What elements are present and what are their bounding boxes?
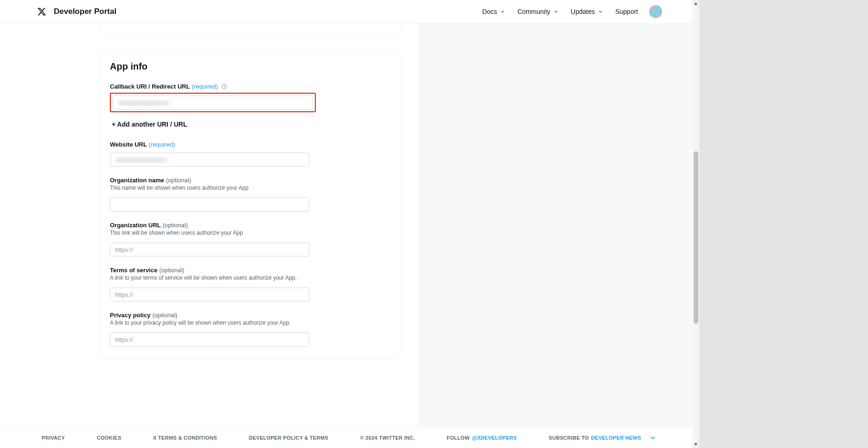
callback-highlight (110, 93, 316, 112)
org-url-label-row: Organization URL (optional) (110, 222, 392, 229)
scrollbar-thumb[interactable] (694, 151, 698, 324)
app-info-card: App info Callback URI / Redirect URL (re… (100, 51, 402, 359)
privacy-input[interactable] (110, 333, 309, 346)
avatar[interactable] (649, 5, 662, 18)
nav-updates[interactable]: Updates (571, 8, 604, 15)
nav-community[interactable]: Community (517, 8, 560, 15)
footer: PRIVACY COOKIES X TERMS & CONDITIONS DEV… (0, 427, 699, 448)
website-label-row: Website URL (required) (110, 141, 392, 148)
header-left: Developer Portal (37, 7, 116, 16)
privacy-label: Privacy policy (110, 312, 150, 319)
tos-optional: (optional) (159, 267, 184, 274)
website-label: Website URL (110, 141, 147, 148)
callback-label: Callback URI / Redirect URL (110, 83, 190, 90)
org-url-label: Organization URL (110, 222, 161, 229)
callback-label-row: Callback URI / Redirect URL (required) (110, 83, 392, 90)
chevron-down-icon (499, 8, 506, 15)
footer-subscribe-group[interactable]: SUBSCRIBE TO DEVELOPER NEWS (549, 433, 657, 442)
tos-field: Terms of service (optional) A link to yo… (110, 267, 392, 301)
footer-copyright: © 2024 TWITTER INC. (360, 435, 415, 441)
org-url-input[interactable] (110, 243, 309, 256)
svg-point-2 (223, 85, 224, 86)
scrollbar-up-icon[interactable] (692, 0, 699, 7)
tos-label: Terms of service (110, 267, 157, 274)
nav-community-label: Community (517, 8, 550, 15)
org-name-label-row: Organization name (optional) (110, 177, 392, 184)
org-name-label: Organization name (110, 177, 164, 184)
org-url-field: Organization URL (optional) This link wi… (110, 222, 392, 256)
header: Developer Portal Docs Community Updates … (0, 0, 699, 24)
callback-field: Callback URI / Redirect URL (required) (110, 83, 392, 112)
scrollbar[interactable] (692, 0, 699, 448)
footer-follow-handle: @XDEVELOPERS (472, 435, 517, 441)
footer-follow-label: FOLLOW (447, 435, 469, 441)
website-field: Website URL (required) (110, 141, 392, 166)
footer-devnews: DEVELOPER NEWS (591, 435, 641, 441)
nav-support-label: Support (615, 8, 638, 15)
tos-hint: A link to your terms of service will be … (110, 275, 392, 281)
add-another-uri[interactable]: + Add another URI / URL (110, 121, 392, 128)
website-required: (required) (149, 141, 175, 148)
card-title: App info (110, 61, 392, 72)
tos-input[interactable] (110, 288, 309, 301)
org-url-optional: (optional) (163, 222, 188, 229)
privacy-optional: (optional) (152, 312, 177, 319)
nav-docs[interactable]: Docs (482, 8, 506, 15)
website-input[interactable] (110, 153, 309, 166)
footer-subscribe-label: SUBSCRIBE TO (549, 435, 589, 441)
org-url-hint: This link will be shown when users autho… (110, 230, 392, 236)
footer-follow-group[interactable]: FOLLOW @XDEVELOPERS (447, 435, 517, 441)
info-icon[interactable] (221, 83, 227, 90)
callback-input[interactable] (113, 96, 313, 109)
chevron-down-icon (552, 8, 560, 15)
org-name-input[interactable] (110, 198, 309, 211)
nav-support[interactable]: Support (615, 8, 638, 15)
portal-title: Developer Portal (54, 7, 116, 16)
x-logo-icon[interactable] (37, 7, 46, 16)
footer-cookies[interactable]: COOKIES (97, 435, 121, 441)
scrollbar-down-icon[interactable] (692, 441, 699, 448)
privacy-field: Privacy policy (optional) A link to your… (110, 312, 392, 346)
right-panel (418, 24, 699, 427)
footer-privacy[interactable]: PRIVACY (42, 435, 65, 441)
tos-label-row: Terms of service (optional) (110, 267, 392, 274)
privacy-label-row: Privacy policy (optional) (110, 312, 392, 319)
main-column: App info Callback URI / Redirect URL (re… (0, 24, 418, 427)
nav-docs-label: Docs (482, 8, 497, 15)
prev-card-bottom (100, 24, 402, 35)
org-name-optional: (optional) (166, 177, 191, 184)
footer-xterms[interactable]: X TERMS & CONDITIONS (153, 435, 217, 441)
privacy-hint: A link to your privacy policy will be sh… (110, 320, 392, 326)
org-name-field: Organization name (optional) This name w… (110, 177, 392, 211)
content: App info Callback URI / Redirect URL (re… (0, 24, 699, 427)
org-name-hint: This name will be shown when users autho… (110, 185, 392, 191)
chevron-down-icon (597, 8, 604, 15)
header-nav: Docs Community Updates Support (482, 5, 662, 18)
chevron-down-icon (648, 433, 657, 442)
nav-updates-label: Updates (571, 8, 595, 15)
footer-devpolicy[interactable]: DEVELOPER POLICY & TERMS (249, 435, 328, 441)
page-container: Developer Portal Docs Community Updates … (0, 0, 699, 448)
add-another-label: + Add another URI / URL (112, 121, 187, 128)
callback-required: (required) (192, 83, 218, 90)
